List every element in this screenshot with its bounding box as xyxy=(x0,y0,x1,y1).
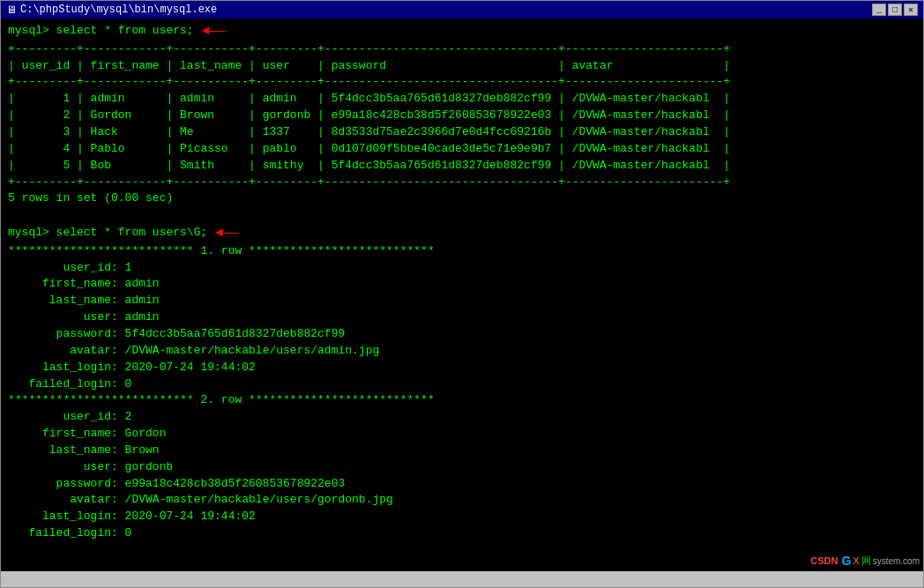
row2-user-id: user_id: 2 xyxy=(8,409,916,426)
blank-line xyxy=(8,207,916,224)
window-controls: _ □ ✕ xyxy=(872,4,918,16)
watermark: CSDN G X 网 system.com xyxy=(810,554,920,568)
row1-failed-login: failed_login: 0 xyxy=(8,376,916,393)
command-line-2: mysql> select * from users\G; ◄—— xyxy=(8,224,916,243)
table-row-1: | 1 | admin | admin | admin | 5f4dcc3b5a… xyxy=(8,91,916,108)
title-bar: 🖥 C:\phpStudy\mysql\bin\mysql.exe _ □ ✕ xyxy=(1,1,923,19)
terminal-area: mysql> select * from users; ◄—— +-------… xyxy=(1,19,923,571)
table-row-2: | 2 | Gordon | Brown | gordonb | e99a18c… xyxy=(8,108,916,124)
table-separator-header: +---------+------------+-----------+----… xyxy=(8,74,916,91)
table-row-3: | 3 | Hack | Me | 1337 | 8d3533d75ae2c39… xyxy=(8,124,916,141)
row2-user: user: gordonb xyxy=(8,459,916,476)
command-text-2: mysql> select * from users\G; xyxy=(8,225,207,242)
row1-last-login: last_login: 2020-07-24 19:44:02 xyxy=(8,360,916,376)
row1-header: *************************** 1. row *****… xyxy=(8,243,916,260)
row1-last-name: last_name: admin xyxy=(8,293,916,309)
row2-last-name: last_name: Brown xyxy=(8,443,916,459)
red-arrow-2: ◄—— xyxy=(207,224,239,243)
row1-password: password: 5f4dcc3b5aa765d61d8327deb882cf… xyxy=(8,326,916,343)
red-arrow-1: ◄—— xyxy=(194,22,226,41)
status-bar xyxy=(1,571,923,587)
row1-user-id: user_id: 1 xyxy=(8,260,916,277)
table-header: | user_id | first_name | last_name | use… xyxy=(8,58,916,75)
watermark-domain: system.com xyxy=(873,556,920,566)
watermark-g-letter: G xyxy=(841,554,851,568)
row2-last-login: last_login: 2020-07-24 19:44:02 xyxy=(8,509,916,525)
watermark-xi-letter: X xyxy=(853,555,859,566)
row2-password: password: e99a18c428cb38d5f260853678922e… xyxy=(8,476,916,493)
row2-avatar: avatar: /DVWA-master/hackable/users/gord… xyxy=(8,492,916,509)
table-row-4: | 4 | Pablo | Picasso | pablo | 0d107d09… xyxy=(8,141,916,158)
maximize-button[interactable]: □ xyxy=(888,4,902,16)
row2-failed-login: failed_login: 0 xyxy=(8,525,916,542)
row1-avatar: avatar: /DVWA-master/hackable/users/admi… xyxy=(8,343,916,360)
row1-first-name: first_name: admin xyxy=(8,276,916,293)
table-separator-top: +---------+------------+-----------+----… xyxy=(8,41,916,58)
main-window: 🖥 C:\phpStudy\mysql\bin\mysql.exe _ □ ✕ … xyxy=(0,0,924,588)
minimize-button[interactable]: _ xyxy=(872,4,886,16)
watermark-csdn: CSDN xyxy=(810,555,838,566)
row2-first-name: first_name: Gordon xyxy=(8,426,916,443)
title-bar-left: 🖥 C:\phpStudy\mysql\bin\mysql.exe xyxy=(6,4,217,17)
close-button[interactable]: ✕ xyxy=(904,4,918,16)
table-separator-bottom: +---------+------------+-----------+----… xyxy=(8,175,916,191)
row1-user: user: admin xyxy=(8,309,916,326)
command-line-1: mysql> select * from users; ◄—— xyxy=(8,22,916,41)
watermark-wang-char: 网 xyxy=(861,555,871,568)
window-icon: 🖥 xyxy=(6,4,17,17)
command-text-1: mysql> select * from users; xyxy=(8,23,194,40)
window-title: C:\phpStudy\mysql\bin\mysql.exe xyxy=(20,4,217,16)
table-row-5: | 5 | Bob | Smith | smithy | 5f4dcc3b5aa… xyxy=(8,158,916,175)
row-count: 5 rows in set (0.00 sec) xyxy=(8,190,916,207)
row2-header: *************************** 2. row *****… xyxy=(8,392,916,409)
